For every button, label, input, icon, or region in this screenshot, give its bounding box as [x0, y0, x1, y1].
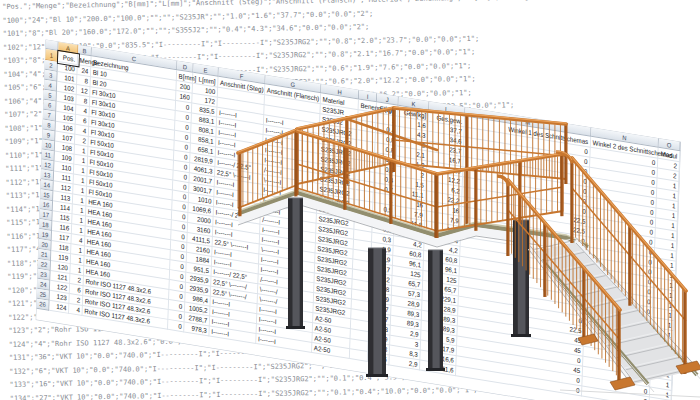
model-part	[428, 250, 433, 368]
model-part	[300, 198, 303, 326]
model-part	[347, 119, 437, 150]
model-part	[532, 242, 695, 384]
model-part	[511, 334, 531, 337]
model-part	[610, 377, 635, 390]
model-part	[286, 326, 305, 329]
model-part	[560, 390, 700, 397]
model-part	[366, 374, 388, 377]
model-part	[440, 250, 443, 368]
model-part	[368, 248, 373, 374]
model-part	[382, 248, 386, 374]
model-part	[394, 140, 566, 156]
model-part	[426, 368, 445, 371]
3d-model-viewport[interactable]	[0, 0, 700, 400]
cad-bom-screen: { "backdrop": { "lines": [ "\"Pos.\";\"M…	[0, 0, 700, 400]
model-part	[394, 107, 566, 123]
model-part	[437, 187, 563, 207]
model-part	[288, 198, 293, 326]
model-part	[394, 108, 566, 124]
